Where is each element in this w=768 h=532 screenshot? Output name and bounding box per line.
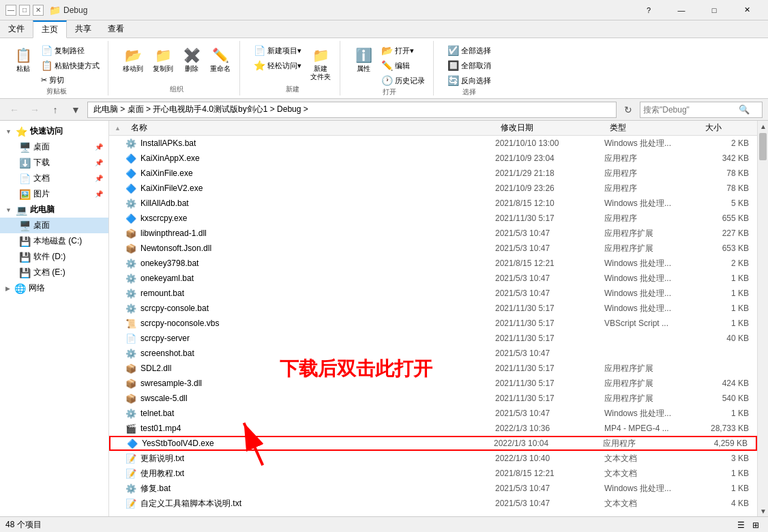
file-row[interactable]: 📝 自定义工具箱脚本本说明.txt 2021/5/3 10:47 文本文档 4 …: [109, 496, 757, 511]
col-header-date[interactable]: 修改日期: [495, 122, 604, 134]
forward-button[interactable]: →: [26, 101, 44, 119]
list-view-button[interactable]: ☰: [734, 518, 748, 532]
search-box[interactable]: 🔍: [640, 102, 763, 118]
sidebar-item-drive-d[interactable]: 💾 软件 (D:): [0, 249, 108, 265]
file-row[interactable]: 📜 scrcpy-noconsole.vbs 2021/11/30 5:17 V…: [109, 316, 757, 331]
file-name: 修复.bat: [141, 483, 495, 494]
open-button[interactable]: 📂 打开▾: [379, 44, 428, 57]
sidebar-item-documents[interactable]: 📄 文档 📌: [0, 171, 108, 186]
file-type: Windows 批处理...: [604, 273, 700, 284]
edit-button[interactable]: ✏️ 编辑: [379, 59, 428, 72]
tab-home[interactable]: 主页: [33, 20, 67, 38]
pin-icon2: 📌: [95, 159, 103, 166]
file-size: 4 KB: [700, 499, 754, 508]
new-buttons: 📄 新建项目▾ ⭐ 轻松访问▾ 📁 新建 文件夹: [251, 41, 334, 85]
paste-button[interactable]: 📋 粘贴: [11, 44, 35, 75]
new-folder-button[interactable]: 📁 新建 文件夹: [307, 44, 334, 83]
file-date: 2021/5/3 10:47: [495, 409, 604, 418]
address-bar: ← → ↑ ▼ 此电脑 > 桌面 > 开心电视助手4.0测试版by剑心1 > D…: [0, 99, 768, 121]
sidebar-item-pictures[interactable]: 🖼️ 图片 📌: [0, 186, 108, 202]
copy-to-icon: 📁: [155, 46, 172, 65]
file-row[interactable]: ⚙️ 修复.bat 2021/5/3 10:47 Windows 批处理... …: [109, 481, 757, 496]
file-row[interactable]: ⚙️ scrcpy-console.bat 2021/11/30 5:17 Wi…: [109, 301, 757, 316]
file-row[interactable]: 📦 swresample-3.dll 2021/11/30 5:17 应用程序扩…: [109, 376, 757, 391]
file-row[interactable]: ⚙️ onekeyaml.bat 2021/5/3 10:47 Windows …: [109, 271, 757, 286]
file-row[interactable]: 📦 SDL2.dll 2021/11/30 5:17 应用程序扩展: [109, 361, 757, 376]
file-row[interactable]: 📝 更新说明.txt 2022/1/3 10:40 文本文档 3 KB: [109, 451, 757, 466]
rename-button[interactable]: ✏️ 重命名: [207, 44, 234, 75]
quickaccess-label: 快速访问: [30, 125, 103, 137]
scroll-up-button[interactable]: ▲: [758, 121, 768, 132]
scroll-thumb[interactable]: [759, 133, 767, 160]
file-row[interactable]: 📝 使用教程.txt 2021/8/15 12:21 文本文档 1 KB: [109, 466, 757, 481]
select-all-button[interactable]: ☑️ 全部选择: [445, 44, 494, 57]
new-item-button[interactable]: 📄 新建项目▾: [251, 44, 304, 57]
scroll-down-button[interactable]: ▼: [758, 505, 768, 516]
search-input[interactable]: [643, 105, 739, 115]
file-date: 2021/11/30 5:17: [495, 319, 604, 328]
col-header-type[interactable]: 类型: [604, 122, 700, 134]
sidebar-quickaccess-header[interactable]: ▼ ⭐ 快速访问: [0, 123, 108, 139]
file-size: 2 KB: [700, 138, 754, 148]
select-none-button[interactable]: 🔲 全部取消: [445, 59, 494, 72]
file-type: Windows 批处理...: [604, 303, 700, 314]
sidebar-item-local-c[interactable]: 💾 本地磁盘 (C:): [0, 233, 108, 249]
sidebar-item-desktop[interactable]: 🖥️ 桌面 📌: [0, 139, 108, 155]
move-to-button[interactable]: 📂 移动到: [119, 44, 147, 75]
back-button[interactable]: ←: [5, 101, 23, 119]
tab-file[interactable]: 文件: [0, 20, 33, 38]
thispc-label: 此电脑: [30, 204, 103, 216]
file-row[interactable]: 📦 libwinpthread-1.dll 2021/5/3 10:47 应用程…: [109, 226, 757, 241]
col-header-name[interactable]: 名称: [125, 122, 495, 134]
col-header-size[interactable]: 大小: [700, 122, 754, 134]
easy-access-button[interactable]: ⭐ 轻松访问▾: [251, 59, 304, 72]
file-row[interactable]: ⚙️ onekey3798.bat 2021/8/15 12:21 Window…: [109, 256, 757, 271]
detail-view-button[interactable]: ⊞: [749, 518, 763, 532]
tab-share[interactable]: 共享: [67, 20, 100, 38]
file-row[interactable]: 📦 swscale-5.dll 2021/11/30 5:17 应用程序扩展 5…: [109, 391, 757, 406]
file-row[interactable]: ⚙️ telnet.bat 2021/5/3 10:47 Windows 批处理…: [109, 406, 757, 421]
file-row[interactable]: 🔷 YesStbToolV4D.exe 2022/1/3 10:04 应用程序 …: [109, 436, 757, 451]
help-button[interactable]: ?: [633, 0, 664, 20]
tab-view[interactable]: 查看: [100, 20, 132, 38]
expand-icon: ▼: [5, 128, 12, 135]
file-row[interactable]: 🔷 kxscrcpy.exe 2021/11/30 5:17 应用程序 655 …: [109, 211, 757, 226]
history-button[interactable]: 🕐 历史记录: [379, 74, 428, 87]
file-row[interactable]: 🔷 KaiXinFile.exe 2021/1/29 21:18 应用程序 78…: [109, 166, 757, 181]
delete-button[interactable]: ✖️ 删除: [179, 44, 204, 75]
invert-select-button[interactable]: 🔄 反向选择: [445, 74, 494, 87]
file-size: 1 KB: [700, 409, 754, 418]
close-button[interactable]: ✕: [731, 0, 763, 20]
paste-shortcut-label: 粘贴快捷方式: [55, 61, 100, 71]
vertical-scrollbar[interactable]: ▲ ▼: [757, 121, 768, 516]
copy-path-button[interactable]: 📄 复制路径: [38, 44, 102, 57]
minimize-button[interactable]: —: [666, 0, 697, 20]
properties-button[interactable]: ℹ️ 属性: [351, 44, 376, 75]
file-type: Windows 批处理...: [604, 408, 700, 419]
file-size: 655 KB: [700, 213, 754, 223]
file-row[interactable]: 🎬 test01.mp4 2022/1/3 10:36 MP4 - MPEG-4…: [109, 421, 757, 436]
up-button[interactable]: ↑: [46, 101, 64, 119]
paste-shortcut-button[interactable]: 📋 粘贴快捷方式: [38, 59, 102, 72]
refresh-button[interactable]: ↻: [619, 101, 637, 119]
copy-to-button[interactable]: 📁 复制到: [149, 44, 177, 75]
file-row[interactable]: ⚙️ KillAllAdb.bat 2021/8/15 12:10 Window…: [109, 196, 757, 211]
sidebar-item-downloads[interactable]: ⬇️ 下载 📌: [0, 155, 108, 171]
file-row[interactable]: ⚙️ screenshot.bat 2021/5/3 10:47: [109, 346, 757, 361]
file-name: KaiXinAppX.exe: [141, 153, 495, 163]
file-row[interactable]: 🔷 KaiXinFileV2.exe 2021/10/9 23:26 应用程序 …: [109, 181, 757, 196]
cut-button[interactable]: ✂ 剪切: [38, 74, 102, 87]
file-row[interactable]: 📄 scrcpy-server 2021/11/30 5:17 40 KB: [109, 331, 757, 346]
address-path[interactable]: 此电脑 > 桌面 > 开心电视助手4.0测试版by剑心1 > Debug >: [87, 102, 617, 118]
file-row[interactable]: ⚙️ remount.bat 2021/5/3 10:47 Windows 批处…: [109, 286, 757, 301]
file-row[interactable]: 📦 Newtonsoft.Json.dll 2021/5/3 10:47 应用程…: [109, 241, 757, 256]
file-row[interactable]: 🔷 KaiXinAppX.exe 2021/10/9 23:04 应用程序 34…: [109, 151, 757, 166]
maximize-button[interactable]: □: [698, 0, 730, 20]
file-type: 应用程序: [603, 438, 698, 449]
sidebar-thispc-header[interactable]: ▼ 💻 此电脑: [0, 202, 108, 218]
sidebar-item-drive-e[interactable]: 💾 文档 (E:): [0, 265, 108, 280]
sidebar-item-network[interactable]: ▶ 🌐 网络: [0, 280, 108, 296]
file-row[interactable]: ⚙️ InstallAPKs.bat 2021/10/10 13:00 Wind…: [109, 136, 757, 151]
sidebar-item-desktop-thispc[interactable]: 🖥️ 桌面: [0, 218, 108, 233]
recent-button[interactable]: ▼: [67, 101, 85, 119]
